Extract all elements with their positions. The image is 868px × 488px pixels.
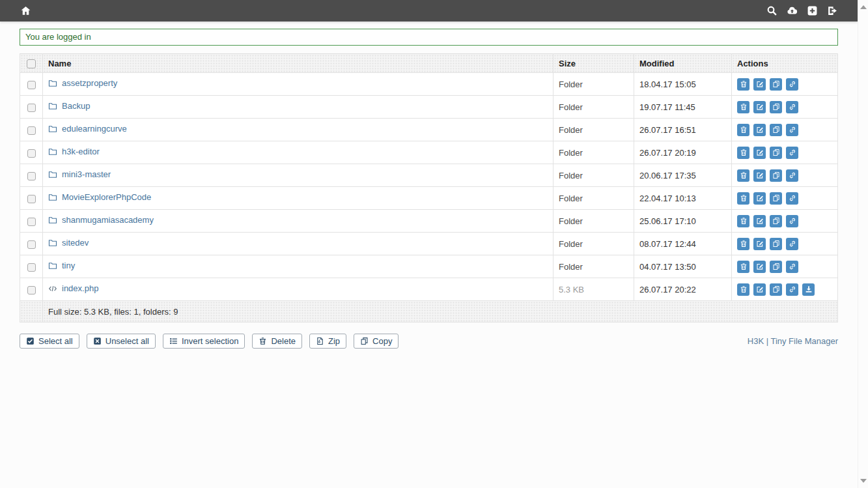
folder-link[interactable]: edulearningcurve: [48, 124, 127, 134]
table-row: tiny Folder 04.07.17 13:50: [20, 255, 838, 278]
zip-button[interactable]: Zip: [309, 334, 346, 349]
rename-icon[interactable]: [753, 261, 766, 273]
row-checkbox[interactable]: [27, 263, 36, 272]
delete-icon[interactable]: [737, 101, 749, 113]
file-modified: 26.07.17 20:22: [634, 278, 732, 301]
file-size: Folder: [553, 119, 634, 141]
logout-icon[interactable]: [826, 5, 838, 17]
folder-link[interactable]: h3k-editor: [48, 147, 100, 156]
row-checkbox[interactable]: [27, 149, 36, 158]
folder-link[interactable]: assetzproperty: [48, 78, 117, 88]
scroll-down-arrow-icon[interactable]: [860, 479, 867, 483]
folder-link[interactable]: shanmugamiasacademy: [48, 215, 154, 225]
file-table-container: Name Size Modified Actions assetzpropert…: [20, 53, 838, 323]
link-icon[interactable]: [786, 147, 798, 159]
folder-link[interactable]: Backup: [48, 101, 90, 111]
folder-icon: [48, 216, 57, 225]
row-checkbox[interactable]: [27, 218, 36, 226]
link-icon[interactable]: [786, 101, 798, 113]
select-all-checkbox[interactable]: [27, 59, 36, 68]
rename-icon[interactable]: [753, 238, 766, 250]
file-modified: 22.04.17 10:13: [634, 187, 732, 210]
row-checkbox[interactable]: [27, 286, 36, 294]
row-checkbox[interactable]: [27, 104, 36, 112]
file-size: Folder: [553, 210, 634, 233]
table-summary-row: Full size: 5.3 KB, files: 1, folders: 9: [20, 301, 838, 323]
link-icon[interactable]: [786, 192, 798, 205]
home-icon[interactable]: [20, 5, 31, 17]
copy-icon[interactable]: [770, 283, 782, 296]
row-checkbox[interactable]: [27, 81, 36, 89]
rename-icon[interactable]: [753, 147, 766, 159]
delete-icon[interactable]: [737, 78, 749, 91]
column-header-name: Name: [43, 54, 553, 73]
row-checkbox[interactable]: [27, 195, 36, 203]
delete-icon[interactable]: [737, 215, 749, 227]
file-modified: 04.07.17 13:50: [634, 255, 732, 278]
file-modified: 20.06.17 17:35: [634, 164, 732, 187]
delete-icon[interactable]: [737, 169, 749, 182]
row-checkbox[interactable]: [27, 126, 36, 135]
link-icon[interactable]: [786, 261, 798, 273]
folder-link[interactable]: tiny: [48, 261, 75, 270]
link-icon[interactable]: [786, 124, 798, 136]
folder-link[interactable]: sitedev: [48, 238, 89, 248]
copy-icon[interactable]: [770, 169, 782, 182]
file-modified: 26.07.17 20:19: [634, 141, 732, 164]
link-icon[interactable]: [786, 169, 798, 182]
delete-button[interactable]: Delete: [252, 334, 302, 349]
copy-icon[interactable]: [770, 78, 782, 91]
credit-link[interactable]: H3K | Tiny File Manager: [748, 336, 838, 346]
copy-icon[interactable]: [770, 124, 782, 136]
search-icon[interactable]: [766, 5, 777, 17]
folder-icon: [48, 147, 57, 156]
rename-icon[interactable]: [753, 124, 766, 136]
unselect-all-button[interactable]: Unselect all: [87, 334, 156, 349]
copy-button[interactable]: Copy: [354, 334, 399, 349]
table-row: mini3-master Folder 20.06.17 17:35: [20, 164, 838, 187]
delete-icon[interactable]: [737, 283, 749, 296]
copy-icon[interactable]: [770, 215, 782, 227]
folder-link[interactable]: mini3-master: [48, 169, 111, 179]
copy-icon[interactable]: [770, 192, 782, 205]
row-checkbox[interactable]: [27, 172, 36, 180]
delete-icon[interactable]: [737, 124, 749, 136]
link-icon[interactable]: [786, 238, 798, 250]
rename-icon[interactable]: [753, 192, 766, 205]
summary-text: Full size: 5.3 KB, files: 1, folders: 9: [43, 301, 838, 323]
new-item-icon[interactable]: [806, 5, 818, 17]
rename-icon[interactable]: [753, 78, 766, 91]
select-all-button[interactable]: Select all: [20, 334, 79, 349]
file-size: Folder: [553, 233, 634, 255]
page-scrollbar[interactable]: [858, 0, 868, 488]
upload-icon[interactable]: [786, 5, 798, 17]
delete-icon[interactable]: [737, 261, 749, 273]
invert-selection-button[interactable]: Invert selection: [163, 334, 245, 349]
folder-link[interactable]: MovieExplorerPhpCode: [48, 192, 151, 202]
table-row: MovieExplorerPhpCode Folder 22.04.17 10:…: [20, 187, 838, 210]
folder-icon: [48, 261, 57, 270]
link-icon[interactable]: [786, 283, 798, 296]
file-link[interactable]: index.php: [48, 283, 98, 293]
delete-icon[interactable]: [737, 192, 749, 205]
copy-icon[interactable]: [770, 101, 782, 113]
copy-icon[interactable]: [770, 147, 782, 159]
table-row: assetzproperty Folder 18.04.17 15:05: [20, 73, 838, 96]
delete-icon[interactable]: [737, 238, 749, 250]
link-icon[interactable]: [786, 78, 798, 91]
file-size: 5.3 KB: [553, 278, 634, 301]
file-size: Folder: [553, 164, 634, 187]
scroll-up-arrow-icon[interactable]: [860, 5, 867, 9]
row-checkbox[interactable]: [27, 240, 36, 249]
folder-icon: [48, 102, 57, 111]
rename-icon[interactable]: [753, 283, 766, 296]
link-icon[interactable]: [786, 215, 798, 227]
rename-icon[interactable]: [753, 101, 766, 113]
delete-icon[interactable]: [737, 147, 749, 159]
download-icon[interactable]: [802, 283, 815, 296]
rename-icon[interactable]: [753, 169, 766, 182]
copy-icon[interactable]: [770, 238, 782, 250]
rename-icon[interactable]: [753, 215, 766, 227]
copy-icon[interactable]: [770, 261, 782, 273]
file-size: Folder: [553, 141, 634, 164]
